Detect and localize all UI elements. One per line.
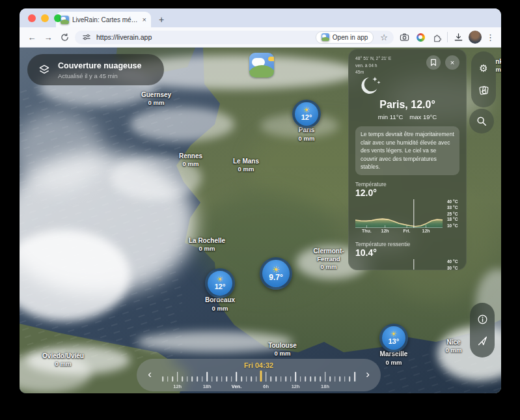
clear-night-icon: [355, 75, 381, 97]
timeline-tick-label: Ven.: [232, 384, 241, 389]
marker-circle[interactable]: ☀12°: [205, 268, 235, 298]
tab-title: LiveRain: Cartes météo 3D: [72, 16, 139, 23]
marker-precipitation-label: 0 mm: [386, 359, 402, 366]
weather-summary: Le temps devrait être majoritairement cl…: [355, 126, 459, 175]
timeline-tick-label: 6h: [263, 384, 269, 389]
browser-window: LiveRain: Cartes météo 3D × + ← → https:…: [20, 8, 501, 393]
liverain-logo[interactable]: [249, 53, 274, 77]
marker-circle[interactable]: ☀13°: [379, 324, 408, 352]
map-actions-pill: [470, 303, 495, 357]
extension-icon-colored[interactable]: [415, 31, 426, 43]
chart-y-axis: 40 °C33 °C25 °C18 °C10 °C: [446, 199, 459, 228]
map-label: Rennes0 mm: [179, 152, 202, 168]
map-label: Le Mans0 mm: [233, 157, 259, 173]
forward-button[interactable]: →: [42, 33, 54, 42]
bookmark-icon: [430, 59, 437, 66]
timeline-ticks[interactable]: [163, 370, 355, 382]
timeline-scrubber[interactable]: Fri 04:32 ‹ › 12h18hVen.6h12h18h: [137, 359, 381, 391]
temperature-area-chart-1: [355, 259, 443, 270]
marker-precipitation-label: 0 mm: [299, 135, 315, 142]
map-label: Clermont-Ferrand0 mm: [313, 247, 344, 272]
open-in-app-button[interactable]: Open in app: [316, 31, 374, 44]
site-settings-icon[interactable]: [81, 31, 92, 43]
close-window-button[interactable]: [28, 14, 36, 22]
settings-button[interactable]: ⚙: [479, 63, 487, 73]
favicon: [61, 16, 69, 24]
info-icon: [477, 314, 488, 325]
bookmark-star-icon[interactable]: ☆: [377, 33, 390, 42]
locate-me-button[interactable]: [477, 335, 488, 346]
map[interactable]: Guernsey0 mmRennes0 mmLe Mans0 mmLa Roch…: [20, 48, 501, 393]
chart-title: Température: [355, 181, 459, 188]
map-label: Nice0 mm: [446, 338, 462, 354]
navigation-arrow-icon: [477, 335, 488, 346]
timeline-prev-button[interactable]: ‹: [143, 368, 156, 381]
layer-control[interactable]: Couverture nuageuse Actualisé il y a 45 …: [27, 54, 164, 85]
map-label: Guernsey0 mm: [141, 91, 171, 107]
marker-temperature: 12°: [215, 283, 226, 290]
timeline-next-button[interactable]: ›: [361, 368, 374, 381]
layers-gallery-button[interactable]: [478, 85, 489, 96]
info-button[interactable]: [477, 314, 488, 325]
y-tick-label: 40 °C: [447, 259, 458, 264]
browser-tab[interactable]: LiveRain: Cartes météo 3D ×: [56, 12, 151, 27]
browser-toolbar: ← → https://liverain.app Open in app ☆: [20, 27, 501, 48]
chart-title: Température ressentie: [355, 241, 459, 247]
chart-current-value: 10.4°: [355, 247, 459, 258]
timeline-current-tick: [260, 371, 262, 382]
marker-temperature: 12°: [301, 114, 312, 121]
map-label: Toulouse0 mm: [268, 341, 297, 357]
y-tick-label: 10 °C: [447, 223, 458, 228]
weather-panel: 48° 51' N, 2° 21' E ven. à 04 h 45m ×: [348, 49, 467, 270]
marker-temperature: 13°: [389, 338, 400, 345]
layer-updated-label: Actualisé il y a 45 min: [58, 72, 142, 79]
layer-title: Couverture nuageuse: [58, 60, 142, 72]
camera-icon[interactable]: [398, 31, 410, 43]
y-tick-label: 18 °C: [447, 217, 458, 221]
x-tick-label: Fri.: [404, 229, 411, 233]
x-tick-label: 12h: [422, 229, 430, 233]
timeline-tick-label: 18h: [321, 384, 329, 389]
timeline-tick-label: 18h: [203, 384, 212, 389]
url-text[interactable]: https://liverain.app: [96, 33, 312, 41]
toolbar-separator: [447, 32, 448, 42]
chart-x-axis: Thu.12hFri.12h: [355, 229, 443, 235]
save-location-button[interactable]: [426, 55, 441, 70]
back-button[interactable]: ←: [26, 33, 38, 42]
minimize-window-button[interactable]: [41, 14, 49, 22]
marker-precipitation-label: 0 mm: [212, 305, 228, 312]
min-max-temperature: min 11°Cmax 19°C: [355, 113, 459, 120]
layers-icon: [38, 63, 51, 76]
y-tick-label: 33 °C: [447, 205, 458, 210]
profile-avatar[interactable]: [469, 31, 482, 44]
window-controls[interactable]: [28, 14, 62, 22]
tab-strip: LiveRain: Cartes météo 3D × +: [20, 8, 501, 27]
close-panel-button[interactable]: ×: [445, 55, 459, 70]
gallery-icon: [478, 85, 489, 96]
temperature-area-chart-0: [355, 199, 443, 228]
timeline-tick-label: 12h: [173, 384, 182, 389]
y-tick-label: 40 °C: [447, 199, 458, 204]
marker-circle[interactable]: ☀9.7°: [260, 257, 292, 290]
timeline-tick-labels: 12h18hVen.6h12h18h: [163, 384, 355, 389]
browser-menu-icon[interactable]: ⋮: [486, 33, 495, 42]
map-label: La Rochelle0 mm: [189, 236, 225, 253]
reload-button[interactable]: [59, 31, 70, 43]
chart-section-0: Température12.0°40 °C33 °C25 °C18 °C10 °…: [355, 181, 459, 235]
y-tick-label: 25 °C: [447, 212, 458, 216]
address-bar[interactable]: https://liverain.app Open in app ☆: [75, 31, 394, 44]
extensions-icon[interactable]: [431, 31, 443, 43]
search-button[interactable]: [469, 109, 494, 133]
chart-y-axis: 40 °C30 °C20 °C10 °C0 °C: [446, 259, 459, 270]
search-icon: [476, 116, 487, 126]
timeline-current-time: Fri 04:32: [137, 361, 381, 369]
marker-circle[interactable]: ☀12°: [292, 100, 321, 128]
weather-condition-icon: [355, 75, 459, 97]
new-tab-button[interactable]: +: [159, 14, 164, 25]
map-label: Oviedo/Uviéu0 mm: [42, 352, 84, 368]
charts: Température12.0°40 °C33 °C25 °C18 °C10 °…: [355, 181, 459, 270]
tab-close-icon[interactable]: ×: [143, 16, 146, 23]
download-icon[interactable]: [452, 31, 464, 43]
map-label: nkmi: [495, 57, 501, 74]
panel-city-temperature: Paris, 12.0°: [355, 99, 459, 111]
